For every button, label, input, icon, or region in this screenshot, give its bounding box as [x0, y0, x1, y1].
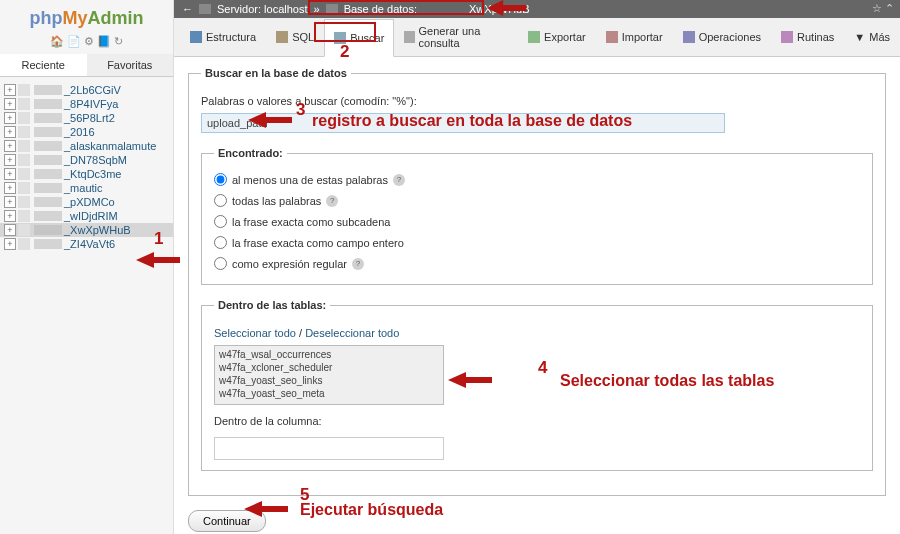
column-input[interactable] [214, 437, 444, 460]
table-option: w47fa_yoast_seo_meta [217, 387, 441, 400]
table-option: w47fa_xcloner_scheduler [217, 361, 441, 374]
db-item[interactable]: +_mautic [0, 181, 173, 195]
help-icon[interactable]: ? [352, 258, 364, 270]
db-name[interactable]: XwXpWHuB [469, 3, 530, 15]
operations-icon [683, 31, 695, 43]
tables-fieldset: Dentro de las tablas: Seleccionar todo /… [201, 299, 873, 471]
tab-favorites[interactable]: Favoritas [87, 54, 174, 76]
db-item[interactable]: +_8P4IVFya [0, 97, 173, 111]
tab-structure[interactable]: Estructura [180, 18, 266, 56]
search-input[interactable] [201, 113, 725, 133]
db-item[interactable]: +_wIDjdRIM [0, 209, 173, 223]
server-icon [199, 4, 211, 14]
db-item-selected[interactable]: +_XwXpWHuB [0, 223, 173, 237]
find-legend: Encontrado: [214, 147, 287, 159]
radio-opt5[interactable] [214, 257, 227, 270]
collapse-icon[interactable]: ← [182, 3, 193, 15]
tab-recent[interactable]: Reciente [0, 54, 87, 76]
db-item[interactable]: +_pXDMCo [0, 195, 173, 209]
logo[interactable]: phpMyAdmin [0, 0, 173, 33]
table-select[interactable]: w47fa_wsal_occurrences w47fa_xcloner_sch… [214, 345, 444, 405]
db-item[interactable]: +_2Lb6CGiV [0, 83, 173, 97]
server-label[interactable]: Servidor: localhost [217, 3, 308, 15]
breadcrumb: ← Servidor: localhost » Base de datos: X… [174, 0, 900, 18]
expand-icon[interactable]: + [4, 168, 16, 180]
select-all-link[interactable]: Seleccionar todo [214, 327, 296, 339]
structure-icon [190, 31, 202, 43]
submit-button[interactable]: Continuar [188, 510, 266, 532]
search-fieldset: Buscar en la base de datos Palabras o va… [188, 67, 886, 496]
sidebar: phpMyAdmin 🏠 📄 ⚙ 📘 ↻ Reciente Favoritas … [0, 0, 174, 534]
find-fieldset: Encontrado: al menos una de estas palabr… [201, 147, 873, 285]
help-icon[interactable]: ? [393, 174, 405, 186]
search-legend: Buscar en la base de datos [201, 67, 351, 79]
tab-search[interactable]: Buscar [324, 19, 394, 57]
radio-opt1[interactable] [214, 173, 227, 186]
db-item[interactable]: +_DN78SqbM [0, 153, 173, 167]
sql-icon [276, 31, 288, 43]
tabs: Estructura SQL Buscar Generar una consul… [174, 18, 900, 57]
radio-opt2[interactable] [214, 194, 227, 207]
table-option: w47fa_yoast_seo_links [217, 374, 441, 387]
db-item[interactable]: +_KtqDc3me [0, 167, 173, 181]
table-option: w47fa_wsal_occurrences [217, 348, 441, 361]
column-label: Dentro de la columna: [214, 415, 860, 427]
tab-sql[interactable]: SQL [266, 18, 324, 56]
db-item[interactable]: +_ZI4VaVt6 [0, 237, 173, 251]
db-label: Base de datos: [344, 3, 417, 15]
expand-icon[interactable]: + [4, 112, 16, 124]
chevron-down-icon: ▼ [854, 31, 865, 43]
db-item[interactable]: +_alaskanmalamute [0, 139, 173, 153]
db-item[interactable]: +_2016 [0, 125, 173, 139]
expand-icon[interactable]: + [4, 210, 16, 222]
export-icon [528, 31, 540, 43]
tab-routines[interactable]: Rutinas [771, 18, 844, 56]
tab-import[interactable]: Importar [596, 18, 673, 56]
db-item[interactable]: +_56P8Lrt2 [0, 111, 173, 125]
tab-query[interactable]: Generar una consulta [394, 18, 518, 56]
routines-icon [781, 31, 793, 43]
expand-icon[interactable]: + [4, 140, 16, 152]
deselect-all-link[interactable]: Deseleccionar todo [305, 327, 399, 339]
tab-export[interactable]: Exportar [518, 18, 596, 56]
main-panel: ← Servidor: localhost » Base de datos: X… [174, 0, 900, 534]
toolbar-icons[interactable]: 🏠 📄 ⚙ 📘 ↻ [0, 33, 173, 54]
expand-icon[interactable]: + [4, 196, 16, 208]
radio-opt4[interactable] [214, 236, 227, 249]
expand-icon[interactable]: + [4, 238, 16, 250]
tables-legend: Dentro de las tablas: [214, 299, 330, 311]
import-icon [606, 31, 618, 43]
tab-more[interactable]: ▼ Más [844, 18, 900, 56]
expand-icon[interactable]: + [4, 84, 16, 96]
query-icon [404, 31, 414, 43]
expand-icon[interactable]: + [4, 126, 16, 138]
expand-icon[interactable]: + [4, 154, 16, 166]
tab-operations[interactable]: Operaciones [673, 18, 771, 56]
window-icons[interactable]: ☆ ⌃ [872, 2, 894, 15]
help-icon[interactable]: ? [326, 195, 338, 207]
expand-icon[interactable]: + [4, 182, 16, 194]
radio-opt3[interactable] [214, 215, 227, 228]
expand-icon[interactable]: + [4, 98, 16, 110]
expand-icon[interactable]: + [4, 224, 16, 236]
search-prompt: Palabras o valores a buscar (comodín: "%… [201, 95, 873, 107]
database-list: +_2Lb6CGiV +_8P4IVFya +_56P8Lrt2 +_2016 … [0, 77, 173, 534]
search-icon [334, 32, 346, 44]
database-icon [326, 4, 338, 14]
